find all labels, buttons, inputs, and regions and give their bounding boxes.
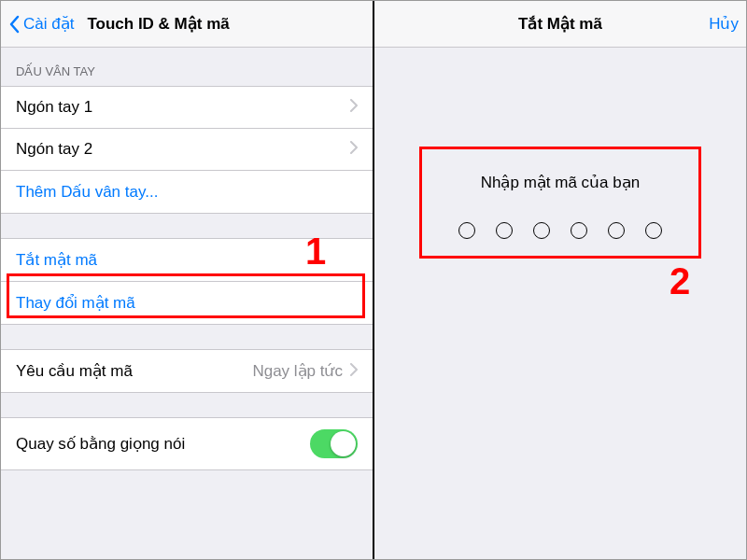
passcode-dot (533, 222, 550, 239)
row-finger-2[interactable]: Ngón tay 2 (1, 129, 373, 171)
back-button[interactable]: Cài đặt (8, 14, 74, 34)
passcode-dot (458, 222, 475, 239)
chevron-right-icon (350, 98, 358, 117)
chevron-right-icon (350, 140, 358, 159)
row-turn-off-passcode[interactable]: Tắt mật mã (1, 239, 373, 282)
row-require-passcode[interactable]: Yêu cầu mật mã Ngay lập tức (1, 350, 373, 392)
require-passcode-list: Yêu cầu mật mã Ngay lập tức (1, 349, 373, 393)
passcode-dots[interactable] (393, 222, 727, 239)
voice-dial-list: Quay số bằng giọng nói (1, 417, 373, 470)
passcode-dot (645, 222, 662, 239)
row-change-passcode[interactable]: Thay đổi mật mã (1, 282, 373, 324)
add-fingerprint-label: Thêm Dấu vân tay... (16, 182, 358, 202)
require-passcode-label: Yêu cầu mật mã (16, 361, 252, 381)
passcode-prompt: Nhập mật mã của bạn (393, 173, 727, 192)
voice-dial-label: Quay số bằng giọng nói (16, 434, 310, 454)
passcode-dot (608, 222, 625, 239)
passcode-dot (496, 222, 513, 239)
voice-dial-toggle[interactable] (310, 429, 358, 458)
finger-2-label: Ngón tay 2 (16, 140, 350, 159)
require-passcode-value: Ngay lập tức (252, 361, 343, 381)
passcode-dot (571, 222, 587, 239)
chevron-left-icon (8, 15, 20, 34)
row-add-fingerprint[interactable]: Thêm Dấu vân tay... (1, 171, 373, 213)
passcode-entry: Nhập mật mã của bạn (374, 150, 746, 269)
change-passcode-label: Thay đổi mật mã (16, 293, 358, 313)
finger-1-label: Ngón tay 1 (16, 98, 350, 117)
passcode-actions-list: Tắt mật mã Thay đổi mật mã (1, 238, 373, 325)
back-label: Cài đặt (23, 14, 74, 34)
page-title-right: Tắt Mật mã (518, 14, 602, 34)
passcode-pane: Tắt Mật mã Hủy Nhập mật mã của bạn 2 (374, 1, 746, 559)
cancel-button[interactable]: Hủy (709, 14, 739, 34)
turn-off-passcode-label: Tắt mật mã (16, 250, 358, 270)
row-finger-1[interactable]: Ngón tay 1 (1, 87, 373, 129)
nav-bar-left: Cài đặt Touch ID & Mật mã (1, 1, 373, 48)
row-voice-dial: Quay số bằng giọng nói (1, 418, 373, 469)
settings-pane: Cài đặt Touch ID & Mật mã DẤU VÂN TAY Ng… (1, 1, 374, 559)
page-title: Touch ID & Mật mã (87, 14, 229, 34)
chevron-right-icon (350, 362, 358, 381)
nav-bar-right: Tắt Mật mã Hủy (374, 1, 746, 48)
fingerprint-list: Ngón tay 1 Ngón tay 2 Thêm Dấu vân tay..… (1, 86, 373, 214)
section-fingerprints: DẤU VÂN TAY (1, 48, 373, 86)
